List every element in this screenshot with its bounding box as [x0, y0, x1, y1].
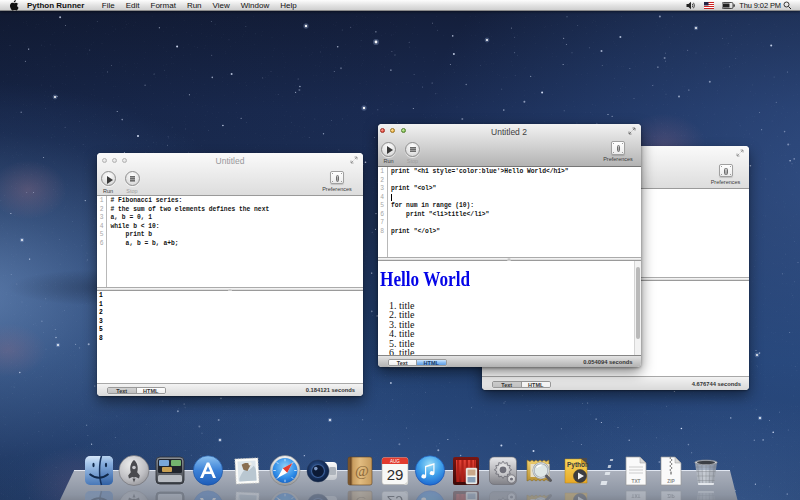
svg-text:29: 29	[386, 466, 403, 483]
svg-text:TXT: TXT	[631, 478, 640, 483]
svg-text:ZIP: ZIP	[667, 478, 675, 483]
svg-text:AUG: AUG	[390, 458, 400, 463]
svg-text:Python: Python	[567, 460, 589, 468]
svg-text:@: @	[355, 463, 369, 479]
